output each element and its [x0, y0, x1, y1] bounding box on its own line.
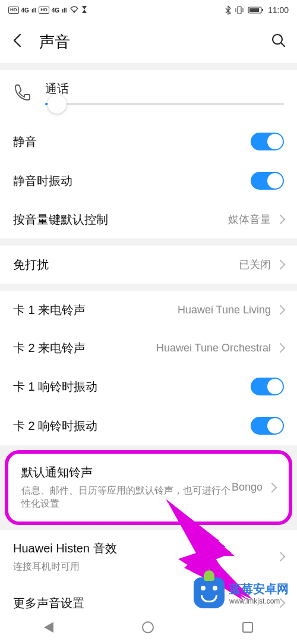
battery-icon: [248, 6, 264, 14]
sim1-ringtone-label: 卡 1 来电铃声: [13, 302, 178, 318]
svg-rect-5: [262, 9, 263, 11]
nav-home-icon[interactable]: [142, 621, 154, 633]
volume-section: 通话 静音 静音时振动 按音量键默认控制 媒体音量: [0, 70, 297, 238]
search-icon[interactable]: [271, 33, 286, 51]
sim2-ringtone-value: Huawei Tune Orchestral: [156, 342, 271, 354]
svg-line-8: [281, 43, 285, 46]
signal-4g-1: 4G: [21, 7, 29, 14]
svg-point-0: [73, 11, 75, 12]
nav-recent-icon[interactable]: [242, 622, 253, 633]
default-notification-value: Bongo: [232, 481, 263, 494]
hd1-indicator: HD: [8, 7, 19, 14]
sim2-vibrate-label: 卡 2 响铃时振动: [13, 418, 251, 434]
silent-toggle[interactable]: [251, 133, 284, 150]
dnd-label: 免打扰: [13, 257, 239, 273]
status-right: 11:00: [225, 5, 289, 15]
signal-4g-2: 4G: [52, 7, 59, 14]
watermark-icon: [194, 577, 225, 608]
vibrate-on-silent-label: 静音时振动: [13, 173, 251, 189]
vibrate-on-silent-row[interactable]: 静音时振动: [0, 161, 297, 200]
chevron-right-icon: [276, 343, 286, 353]
volume-key-default-value: 媒体音量: [228, 212, 271, 227]
page-title: 声音: [39, 32, 258, 52]
watermark-url: www.lmkjst.com: [229, 597, 289, 605]
default-notification-label: 默认通知铃声: [21, 464, 232, 480]
sim1-vibrate-label: 卡 1 响铃时振动: [13, 379, 251, 395]
call-volume-row: 通话: [0, 70, 297, 122]
dnd-row[interactable]: 免打扰 已关闭: [0, 246, 297, 284]
sim1-vibrate-toggle[interactable]: [251, 378, 284, 395]
svg-rect-6: [249, 8, 259, 12]
status-bar: HD 4G ıll HD 4G ıll 11:00: [0, 0, 297, 20]
app-bar: 声音: [0, 20, 297, 63]
svg-rect-1: [238, 7, 241, 14]
back-icon[interactable]: [11, 33, 26, 51]
call-volume-label: 通话: [45, 81, 284, 97]
watermark: 蓝莓安卓网 www.lmkjst.com: [191, 575, 291, 611]
chevron-right-icon: [276, 260, 286, 270]
sim1-ringtone-row[interactable]: 卡 1 来电铃声 Huawei Tune Living: [0, 291, 297, 329]
status-time: 11:00: [268, 5, 289, 15]
sim2-ringtone-row[interactable]: 卡 2 来电铃声 Huawei Tune Orchestral: [0, 329, 297, 367]
hourglass-icon: [81, 5, 87, 15]
bluetooth-icon: [225, 5, 231, 15]
vibrate-icon: [235, 5, 244, 15]
chevron-right-icon: [267, 482, 277, 492]
hd2-indicator: HD: [39, 7, 49, 14]
chevron-right-icon: [276, 305, 286, 315]
chevron-right-icon: [276, 215, 286, 225]
silent-label: 静音: [13, 134, 251, 150]
wifi-icon: [69, 6, 79, 14]
sim1-vibrate-row[interactable]: 卡 1 响铃时振动: [0, 367, 297, 406]
chevron-right-icon: [276, 552, 286, 562]
silent-row[interactable]: 静音: [0, 122, 297, 161]
nav-back-icon[interactable]: [44, 622, 53, 633]
sim2-vibrate-row[interactable]: 卡 2 响铃时振动: [0, 406, 297, 445]
dnd-value: 已关闭: [239, 257, 271, 272]
watermark-title: 蓝莓安卓网: [229, 581, 289, 597]
phone-icon: [13, 83, 32, 104]
volume-key-default-label: 按音量键默认控制: [13, 212, 228, 228]
vibrate-on-silent-toggle[interactable]: [251, 172, 284, 190]
sim2-ringtone-label: 卡 2 来电铃声: [13, 340, 156, 356]
sim1-ringtone-value: Huawei Tune Living: [178, 304, 271, 316]
sim2-vibrate-toggle[interactable]: [251, 417, 284, 435]
navigation-bar: [0, 611, 297, 644]
call-volume-slider[interactable]: [45, 103, 284, 105]
status-left: HD 4G ıll HD 4G ıll: [8, 5, 87, 15]
volume-key-default-row[interactable]: 按音量键默认控制 媒体音量: [0, 200, 297, 238]
